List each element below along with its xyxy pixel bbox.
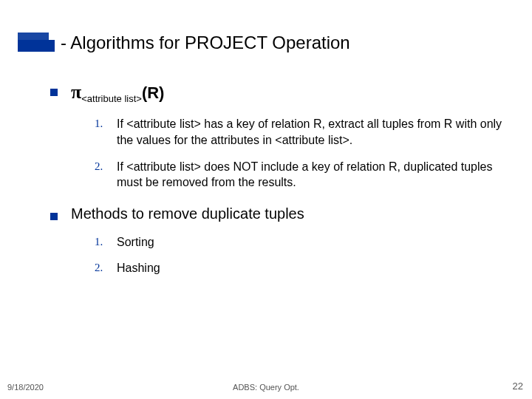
list-item: 1. If <attribute list> has a key of rela… <box>95 116 510 148</box>
slide-title: - Algorithms for PROJECT Operation <box>61 33 350 53</box>
bullet-methods: Methods to remove duplicate tuples <box>50 205 510 222</box>
slide-body: π<attribute list>(R) 1. If <attribute li… <box>50 81 510 291</box>
list-item: 2. Hashing <box>95 260 510 276</box>
item-text: If <attribute list> has a key of relatio… <box>117 116 510 148</box>
slide: - Algorithms for PROJECT Operation π<att… <box>0 0 532 399</box>
bullet-project-operator: π<attribute list>(R) <box>50 81 510 104</box>
pi-argument: (R) <box>142 83 165 102</box>
item-number: 2. <box>95 159 117 174</box>
methods-heading: Methods to remove duplicate tuples <box>71 205 304 222</box>
list-item: 2. If <attribute list> does NOT include … <box>95 159 510 191</box>
square-bullet-icon <box>50 89 58 96</box>
footer-page-number: 22 <box>513 381 523 392</box>
item-text: Sorting <box>117 234 510 250</box>
list-item: 1. Sorting <box>95 234 510 250</box>
title-accent-bar <box>18 40 55 52</box>
project-cases-list: 1. If <attribute list> has a key of rela… <box>95 116 510 190</box>
item-number: 1. <box>95 116 117 131</box>
item-number: 1. <box>95 234 117 249</box>
square-bullet-icon <box>50 213 58 220</box>
footer-center: ADBS: Query Opt. <box>0 383 532 392</box>
pi-subscript: <attribute list> <box>81 93 142 104</box>
item-text: If <attribute list> does NOT include a k… <box>117 159 510 191</box>
project-expression: π<attribute list>(R) <box>71 81 164 104</box>
methods-list: 1. Sorting 2. Hashing <box>95 234 510 276</box>
item-text: Hashing <box>117 260 510 276</box>
pi-symbol: π <box>71 81 81 103</box>
item-number: 2. <box>95 260 117 275</box>
